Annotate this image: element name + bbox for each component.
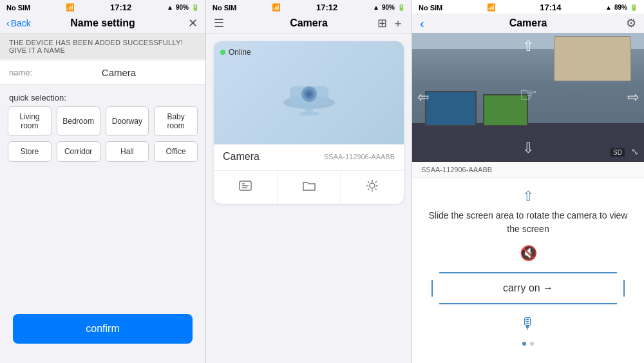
back-button-3[interactable]: ‹ [420, 16, 424, 31]
name-input[interactable] [41, 67, 196, 78]
name-row: name: [0, 61, 205, 85]
page-title-3: Camera [509, 17, 547, 29]
camera-feed[interactable]: ⇧ ⇩ ⇦ ⇨ ☞ SD ⤡ [412, 33, 644, 162]
battery-label-1: 90% [176, 4, 189, 11]
status-bar-3: No SIM 📶 17:14 ▲ 89% 🔋 [412, 0, 644, 14]
quick-selection-grid: Living room Bedroom Doorway Baby room St… [0, 106, 205, 168]
settings-button[interactable] [341, 171, 404, 204]
back-button[interactable]: ‹ Back [6, 18, 31, 28]
quick-selection-label: quick selection: [0, 85, 205, 106]
panel-camera-view: No SIM 📶 17:14 ▲ 89% 🔋 ‹ Camera ⚙ ⇧ ⇩ ⇦ … [412, 0, 644, 363]
quick-btn-baby-room[interactable]: Baby room [154, 106, 198, 136]
pan-up-button[interactable]: ⇧ [522, 38, 534, 55]
battery-icon-1: 🔋 [191, 4, 199, 11]
battery-label-2: 90% [382, 4, 395, 11]
signal-icon-2: ▲ [373, 4, 379, 11]
quick-btn-store[interactable]: Store [8, 141, 52, 162]
mute-icon[interactable]: 🔇 [520, 245, 537, 261]
mic-icon-area: 🎙 [412, 308, 644, 339]
layout-icon[interactable]: ⊞ [377, 16, 387, 30]
online-dot [220, 50, 225, 55]
page-dot-2[interactable] [530, 342, 534, 346]
camera-id-text: SSAA-112906-AAABB [324, 153, 395, 161]
page-dots [412, 339, 644, 351]
carrier-label-2: No SIM [213, 4, 236, 12]
camera-info: Camera SSAA-112906-AAABB [214, 144, 404, 166]
room-monitor-1 [425, 91, 477, 126]
svg-point-11 [370, 183, 375, 188]
signal-icon-3: ▲ [605, 4, 612, 11]
name-field-label: name: [9, 68, 41, 77]
confirm-button[interactable]: confirm [13, 314, 193, 344]
battery-icon-3: 🔋 [630, 4, 638, 11]
quick-btn-living-room[interactable]: Living room [8, 106, 52, 136]
carrier-label-3: No SIM [419, 4, 442, 12]
quick-btn-office[interactable]: Office [154, 141, 198, 162]
folder-button[interactable] [278, 171, 341, 204]
mic-icon[interactable]: 🎙 [520, 315, 536, 332]
swipe-instruction: ⇧ Slide the screen area to rotate the ca… [412, 178, 644, 241]
page-title-1: Name setting [70, 17, 135, 29]
quick-btn-corridor[interactable]: Corridor [57, 141, 100, 162]
swipe-up-icon: ⇧ [425, 188, 631, 205]
wifi-icon-1: 📶 [66, 3, 75, 12]
page-dot-1[interactable] [522, 342, 526, 346]
camera-list: Online Camera SS [206, 34, 412, 363]
svg-rect-6 [299, 112, 319, 115]
online-label: Online [229, 48, 251, 57]
page-title-2: Camera [290, 17, 328, 29]
carrier-label-1: No SIM [6, 4, 30, 12]
add-icon[interactable]: ＋ [392, 15, 404, 31]
notice-bar: THE DEVICE HAS BEEN ADDED SUCCESSFULLY! … [0, 34, 205, 59]
swipe-text: Slide the screen area to rotate the came… [425, 209, 631, 236]
carry-on-label: carry on → [503, 282, 553, 293]
close-button[interactable]: ✕ [188, 16, 198, 30]
hand-gesture-icon: ☞ [519, 83, 538, 107]
chevron-left-icon: ‹ [6, 18, 10, 28]
mute-icon-area: 🔇 [412, 241, 644, 268]
wifi-icon-3: 📶 [487, 3, 496, 12]
playback-button[interactable] [214, 171, 278, 204]
status-bar-1: No SIM 📶 17:12 ▲ 90% 🔋 [0, 0, 205, 14]
confirm-area: confirm [13, 314, 193, 344]
camera-preview[interactable]: Online [214, 41, 404, 144]
quick-btn-hall[interactable]: Hall [106, 141, 149, 162]
nav-bar-1: ‹ Back Name setting ✕ [0, 14, 205, 34]
quick-btn-doorway[interactable]: Doorway [106, 106, 149, 136]
fullscreen-button[interactable]: ⤡ [631, 146, 639, 157]
signal-icon-1: ▲ [167, 4, 173, 11]
time-label-1: 17:12 [110, 3, 131, 12]
sd-badge: SD [611, 148, 625, 157]
back-label: Back [11, 18, 31, 28]
time-label-2: 17:12 [316, 3, 337, 12]
camera-name-text: Camera [223, 151, 260, 162]
gear-icon[interactable]: ⚙ [626, 16, 636, 30]
camera-icon [277, 67, 341, 119]
quick-btn-bedroom[interactable]: Bedroom [57, 106, 100, 136]
time-label-3: 17:14 [540, 3, 561, 12]
pan-right-button[interactable]: ⇨ [627, 89, 639, 106]
nav-bar-3: ‹ Camera ⚙ [412, 14, 644, 33]
room-map [554, 36, 631, 81]
camera-card: Online Camera SS [214, 41, 404, 204]
svg-point-4 [307, 92, 312, 97]
menu-icon[interactable]: ☰ [214, 16, 224, 30]
battery-icon-2: 🔋 [397, 4, 405, 11]
panel-name-setting: No SIM 📶 17:12 ▲ 90% 🔋 ‹ Back Name setti… [0, 0, 206, 363]
carry-on-button[interactable]: carry on → [431, 272, 625, 304]
pan-down-button[interactable]: ⇩ [522, 140, 534, 157]
pan-left-button[interactable]: ⇦ [417, 89, 429, 106]
camera-actions [214, 170, 404, 204]
online-badge: Online [220, 48, 251, 57]
nav-bar-2: ☰ Camera ⊞ ＋ [206, 14, 412, 34]
panel-camera-list: No SIM 📶 17:12 ▲ 90% 🔋 ☰ Camera ⊞ ＋ Onli… [206, 0, 412, 363]
battery-label-3: 89% [614, 4, 627, 11]
device-id-bar: SSAA-112906-AAABB [412, 162, 644, 178]
wifi-icon-2: 📶 [272, 3, 281, 12]
status-bar-2: No SIM 📶 17:12 ▲ 90% 🔋 [206, 0, 412, 14]
